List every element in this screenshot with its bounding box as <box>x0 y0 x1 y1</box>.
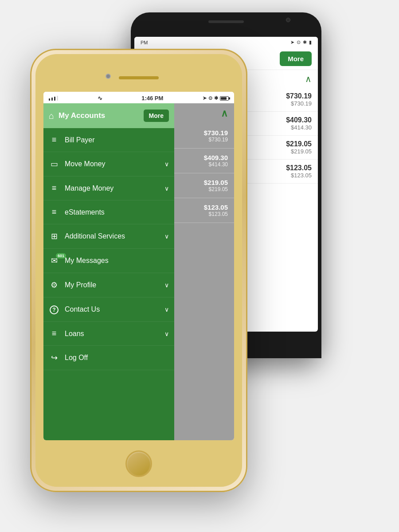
account-entry: $409.30$414.30 <box>174 149 234 173</box>
signal-bar-1 <box>49 98 50 101</box>
back-phone-more-button[interactable]: More <box>280 51 312 66</box>
front-phone-screen: ∿ 1:46 PM ➤ ⊙ ✱ ⌂ My Acc <box>43 92 234 440</box>
location-icon: ➤ <box>290 39 294 45</box>
manage-money-icon: ≡ <box>49 184 59 193</box>
manage-money-label: Manage Money <box>65 184 164 192</box>
account-amount-main: $730.19 <box>180 129 228 137</box>
account-amount-sub: $730.19 <box>180 137 228 143</box>
front-phone-speaker <box>119 76 159 79</box>
signal-bar-3 <box>54 97 55 101</box>
app-screen: ⌂ My Accounts More ≡Bill Payer▭Move Mone… <box>43 103 234 440</box>
account-entry: $123.05$123.05 <box>174 198 234 223</box>
back-amount-main: $409.30 <box>286 116 312 124</box>
back-amount-sub: $414.30 <box>291 124 312 131</box>
my-profile-icon: ⚙ <box>49 280 59 290</box>
content-chevron-up: ∧ <box>174 103 234 124</box>
back-amount-main: $123.05 <box>286 164 312 172</box>
sidebar-item-contact-us[interactable]: ?Contact Us∨ <box>43 297 174 322</box>
log-off-label: Log Off <box>65 354 169 362</box>
sidebar-item-log-off[interactable]: ↪Log Off <box>43 346 174 370</box>
signal-bar-2 <box>51 98 53 101</box>
account-amount-main: $123.05 <box>180 203 228 211</box>
sidebar-item-my-profile[interactable]: ⚙My Profile∨ <box>43 273 174 297</box>
contact-us-label: Contact Us <box>65 305 164 313</box>
my-profile-chevron: ∨ <box>164 282 169 289</box>
back-phone-camera <box>286 18 290 22</box>
back-amount-main: $219.05 <box>286 140 312 148</box>
battery-icon-back: ▮ <box>309 39 312 45</box>
sidebar-item-manage-money[interactable]: ≡Manage Money∨ <box>43 176 174 200</box>
main-content: ∧ $730.19$730.19$409.30$414.30$219.05$21… <box>174 103 234 440</box>
bluetooth-icon-front: ✱ <box>214 95 218 101</box>
sidebar-item-my-messages[interactable]: ✉601My Messages <box>43 249 174 273</box>
back-phone-time: PM <box>141 40 148 45</box>
sidebar-items-container: ≡Bill Payer▭Move Money∨≡Manage Money∨≡eS… <box>43 128 174 370</box>
account-amount-main: $219.05 <box>180 179 228 186</box>
estatements-icon: ≡ <box>49 207 59 217</box>
back-amount-sub: $219.05 <box>291 148 312 155</box>
bill-payer-label: Bill Payer <box>65 136 169 144</box>
sidebar-item-bill-payer[interactable]: ≡Bill Payer <box>43 128 174 152</box>
move-money-chevron: ∨ <box>164 160 169 168</box>
estatements-label: eStatements <box>65 208 169 216</box>
contact-us-icon: ? <box>49 305 59 314</box>
sidebar-item-move-money[interactable]: ▭Move Money∨ <box>43 152 174 176</box>
status-bar: ∿ 1:46 PM ➤ ⊙ ✱ <box>43 92 234 103</box>
status-time: 1:46 PM <box>141 95 163 102</box>
more-button[interactable]: More <box>144 110 169 122</box>
contact-us-chevron: ∨ <box>164 306 169 313</box>
home-button[interactable] <box>125 450 152 477</box>
sidebar-item-additional-services[interactable]: ⊞Additional Services∨ <box>43 224 174 249</box>
back-phone-status-icons: ➤ ⊙ ✱ ▮ <box>290 39 312 45</box>
front-phone-camera <box>106 74 111 79</box>
sidebar: ⌂ My Accounts More ≡Bill Payer▭Move Mone… <box>43 103 174 440</box>
move-money-icon: ▭ <box>49 159 59 169</box>
front-phone-inner: ∿ 1:46 PM ➤ ⊙ ✱ ⌂ My Acc <box>35 54 242 487</box>
log-off-icon: ↪ <box>49 353 59 363</box>
status-right-icons: ➤ ⊙ ✱ <box>203 95 229 101</box>
bill-payer-icon: ≡ <box>49 135 59 145</box>
loans-chevron: ∨ <box>164 330 169 337</box>
loans-icon: ≡ <box>49 329 59 338</box>
loans-label: Loans <box>65 330 164 338</box>
sidebar-header[interactable]: ⌂ My Accounts More <box>43 103 174 128</box>
account-amount-sub: $219.05 <box>180 186 228 192</box>
manage-money-chevron: ∨ <box>164 185 169 192</box>
signal-bar-4 <box>57 96 58 101</box>
move-money-label: Move Money <box>65 160 164 168</box>
bluetooth-icon: ✱ <box>303 39 307 45</box>
signal-indicator <box>49 96 58 101</box>
back-phone-speaker <box>208 20 244 23</box>
sidebar-header-label: My Accounts <box>59 111 143 120</box>
my-messages-badge: 601 <box>56 253 66 258</box>
additional-services-icon: ⊞ <box>49 231 59 241</box>
back-amount-sub: $123.05 <box>291 172 312 179</box>
account-amount-sub: $123.05 <box>180 211 228 217</box>
additional-services-label: Additional Services <box>65 232 164 240</box>
my-messages-label: My Messages <box>65 257 169 265</box>
account-entry: $730.19$730.19 <box>174 124 234 149</box>
battery-icon-front <box>220 96 229 101</box>
alarm-icon-front: ⊙ <box>208 95 212 101</box>
sidebar-item-estatements[interactable]: ≡eStatements <box>43 200 174 224</box>
back-amount-main: $730.19 <box>286 92 312 100</box>
alarm-icon: ⊙ <box>297 39 301 45</box>
back-amount-sub: $730.19 <box>291 100 312 107</box>
main-accounts: $730.19$730.19$409.30$414.30$219.05$219.… <box>174 124 234 223</box>
sidebar-item-loans[interactable]: ≡Loans∨ <box>43 322 174 346</box>
home-icon: ⌂ <box>49 111 54 121</box>
battery-fill <box>221 97 227 100</box>
additional-services-chevron: ∨ <box>164 233 169 240</box>
my-profile-label: My Profile <box>65 281 164 289</box>
front-phone: ∿ 1:46 PM ➤ ⊙ ✱ ⌂ My Acc <box>30 49 247 492</box>
back-phone-status-bar: PM ➤ ⊙ ✱ ▮ <box>134 37 318 48</box>
account-amount-sub: $414.30 <box>180 161 228 168</box>
account-amount-main: $409.30 <box>180 154 228 161</box>
location-icon-front: ➤ <box>203 95 207 101</box>
account-entry: $219.05$219.05 <box>174 173 234 198</box>
wifi-icon: ∿ <box>98 95 102 102</box>
